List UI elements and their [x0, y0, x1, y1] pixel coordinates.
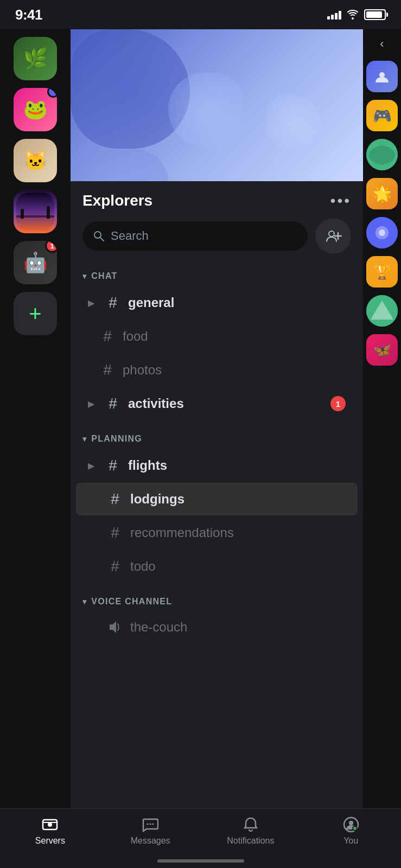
back-arrow-icon[interactable]: ‹ — [380, 37, 384, 51]
section-chat: ▾ CHAT — [71, 266, 363, 285]
channel-item-food[interactable]: # food — [76, 320, 358, 353]
tab-bar: Servers Messages Notifications — [0, 808, 401, 868]
channel-list: Explorers ••• Search — [71, 29, 363, 808]
server-banner — [71, 29, 363, 181]
section-voice: ▾ VOICE CHANNEL — [71, 591, 363, 611]
voice-section-label: VOICE CHANNEL — [91, 597, 172, 607]
server-name: Explorers — [82, 192, 152, 209]
channel-item-the-couch[interactable]: the-couch — [76, 612, 358, 642]
channel-item-recommendations[interactable]: # recommendations — [76, 516, 358, 549]
channel-arrow-icon: ▶ — [88, 461, 94, 471]
svg-point-18 — [48, 822, 52, 827]
planning-section-label: PLANNING — [91, 434, 142, 444]
svg-marker-9 — [110, 621, 116, 633]
hash-icon: # — [100, 328, 115, 345]
hash-icon: # — [107, 558, 123, 575]
hash-icon: # — [107, 524, 123, 541]
channel-item-todo[interactable]: # todo — [76, 550, 358, 583]
right-sidebar: ‹ 🎮 🌟 🏆 🦋 — [363, 29, 401, 808]
servers-tab-label: Servers — [35, 836, 65, 846]
server-item-robot[interactable]: 1 — [14, 241, 57, 284]
right-server-8[interactable]: 🦋 — [366, 334, 398, 366]
hash-icon: # — [105, 294, 120, 311]
wifi-icon — [347, 10, 359, 20]
search-placeholder: Search — [111, 229, 149, 243]
svg-point-21 — [150, 824, 151, 825]
channel-item-activities[interactable]: ▶ # activities 1 — [76, 387, 358, 420]
server-item-sunset[interactable] — [14, 190, 57, 233]
right-server-2[interactable]: 🎮 — [366, 100, 398, 131]
search-icon — [93, 231, 104, 241]
server-item-leaf[interactable] — [14, 37, 57, 80]
hash-icon: # — [107, 490, 123, 508]
right-server-6[interactable]: 🏆 — [366, 256, 398, 288]
add-member-button[interactable] — [315, 218, 351, 254]
svg-point-24 — [349, 821, 353, 825]
chat-chevron-icon: ▾ — [82, 272, 87, 280]
channel-name-lodgings: lodgings — [130, 492, 346, 507]
svg-point-14 — [379, 229, 385, 236]
servers-tab-icon — [42, 816, 58, 833]
channel-name-todo: todo — [130, 559, 346, 574]
hash-icon: # — [105, 395, 120, 412]
channel-name-the-couch: the-couch — [130, 620, 346, 635]
hash-icon: # — [100, 361, 115, 379]
server-badge: 1 — [45, 241, 57, 253]
add-server-button[interactable]: + — [14, 292, 57, 335]
right-server-7[interactable] — [366, 295, 398, 327]
svg-point-20 — [147, 824, 149, 825]
tab-messages[interactable]: Messages — [100, 816, 201, 846]
channel-item-general[interactable]: ▶ # general — [76, 286, 358, 319]
server-header: Explorers ••• — [71, 181, 363, 218]
channel-arrow-icon: ▶ — [88, 298, 94, 308]
right-server-1[interactable] — [366, 61, 398, 92]
svg-rect-3 — [47, 206, 50, 219]
channel-name-general: general — [128, 295, 346, 310]
right-server-5[interactable] — [366, 217, 398, 248]
svg-point-22 — [152, 824, 154, 825]
status-icons — [327, 9, 386, 20]
messages-tab-icon — [142, 816, 158, 833]
channel-arrow-icon: ▶ — [88, 399, 94, 409]
channel-name-flights: flights — [128, 458, 346, 473]
planning-chevron-icon: ▾ — [82, 435, 87, 443]
search-bar: Search — [82, 218, 351, 254]
channel-name-activities: activities — [128, 396, 323, 411]
more-options-button[interactable]: ••• — [330, 192, 351, 209]
svg-point-4 — [94, 232, 101, 238]
channel-name-photos: photos — [123, 362, 346, 378]
activities-badge: 1 — [330, 396, 346, 411]
channel-name-recommendations: recommendations — [130, 525, 346, 540]
search-input[interactable]: Search — [82, 221, 308, 251]
svg-point-6 — [329, 231, 334, 237]
speaker-icon — [107, 620, 123, 634]
server-item-cat[interactable] — [14, 139, 57, 182]
status-time: 9:41 — [15, 7, 42, 23]
channel-item-photos[interactable]: # photos — [76, 354, 358, 386]
svg-point-10 — [379, 72, 385, 78]
messages-tab-label: Messages — [131, 836, 170, 846]
notifications-tab-icon — [243, 816, 259, 833]
plus-icon: + — [29, 303, 41, 324]
right-server-4[interactable]: 🌟 — [366, 178, 398, 209]
chat-section-label: CHAT — [91, 271, 117, 281]
right-server-3[interactable] — [366, 139, 398, 170]
section-planning: ▾ PLANNING — [71, 429, 363, 448]
home-indicator — [157, 859, 244, 863]
you-tab-label: You — [343, 836, 358, 846]
channel-item-lodgings[interactable]: # lodgings — [76, 483, 358, 515]
tab-servers[interactable]: Servers — [0, 816, 100, 846]
server-list: 1 + — [0, 29, 71, 808]
you-tab-icon — [343, 816, 359, 833]
tab-you[interactable]: You — [301, 816, 401, 846]
hash-icon: # — [105, 457, 120, 474]
channel-item-flights[interactable]: ▶ # flights — [76, 449, 358, 482]
notification-dot — [47, 88, 57, 98]
status-bar: 9:41 — [0, 0, 401, 29]
notifications-tab-label: Notifications — [227, 836, 274, 846]
svg-point-25 — [353, 826, 357, 831]
signal-icon — [327, 10, 341, 20]
tab-notifications[interactable]: Notifications — [201, 816, 301, 846]
server-item-frog[interactable] — [14, 88, 57, 131]
voice-chevron-icon: ▾ — [82, 597, 87, 606]
